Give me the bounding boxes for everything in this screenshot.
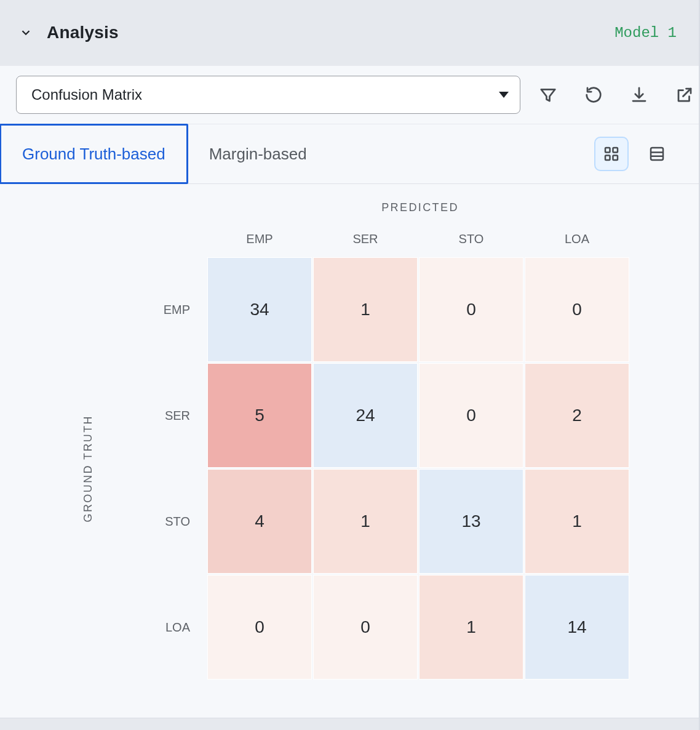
svg-rect-0 — [605, 148, 610, 153]
axis-groundtruth-title-wrap: GROUND TRUTH — [70, 257, 106, 680]
view-toggles — [594, 124, 674, 183]
corner-spacer — [70, 222, 106, 256]
list-view-toggle[interactable] — [640, 137, 674, 171]
select-value: Confusion Matrix — [31, 86, 142, 103]
confusion-matrix-area: PREDICTED GROUND TRUTH EMPSERSTOLOAEMP34… — [0, 184, 699, 718]
matrix-cell[interactable]: 0 — [419, 257, 523, 362]
matrix-cell[interactable]: 24 — [313, 363, 418, 468]
open-external-icon — [675, 86, 694, 104]
collapse-toggle[interactable] — [17, 24, 34, 41]
toolbar-actions — [536, 83, 696, 106]
grid-view-icon — [602, 145, 621, 163]
download-icon — [630, 86, 648, 104]
col-head-ser: SER — [313, 222, 418, 256]
caret-down-icon — [499, 92, 509, 98]
page-title: Analysis — [47, 23, 119, 42]
download-button[interactable] — [627, 83, 651, 106]
analysis-toolbar: Confusion Matrix — [0, 65, 699, 124]
matrix-cell[interactable]: 4 — [207, 469, 312, 574]
svg-rect-3 — [613, 156, 618, 161]
matrix-cell[interactable]: 0 — [313, 575, 418, 680]
axis-predicted-title: PREDICTED — [375, 201, 459, 214]
panel-header: Analysis Model 1 — [0, 0, 699, 65]
chart-type-select[interactable]: Confusion Matrix — [16, 76, 520, 114]
open-external-button[interactable] — [673, 83, 696, 106]
model-label: Model 1 — [614, 25, 677, 41]
tabs-row: Ground Truth-based Margin-based — [0, 124, 699, 184]
row-head-ser: SER — [108, 363, 206, 468]
matrix-cell[interactable]: 1 — [419, 575, 523, 680]
refresh-icon — [584, 86, 603, 104]
refresh-button[interactable] — [582, 83, 605, 106]
corner-spacer — [108, 222, 206, 256]
matrix-cell[interactable]: 1 — [525, 469, 629, 574]
col-head-loa: LOA — [525, 222, 629, 256]
matrix-cell[interactable]: 1 — [313, 257, 418, 362]
tab-margin-based[interactable]: Margin-based — [188, 124, 328, 183]
matrix-cell[interactable]: 14 — [525, 575, 629, 680]
filter-icon — [539, 86, 557, 104]
row-head-sto: STO — [108, 469, 206, 574]
svg-rect-2 — [605, 156, 610, 161]
analysis-panel: Analysis Model 1 Confusion Matrix G — [0, 0, 700, 730]
chevron-down-icon — [19, 26, 33, 39]
axis-groundtruth-title: GROUND TRUTH — [82, 415, 95, 522]
matrix-cell[interactable]: 2 — [525, 363, 629, 468]
matrix-cell[interactable]: 1 — [313, 469, 418, 574]
col-head-sto: STO — [419, 222, 523, 256]
tab-label: Ground Truth-based — [22, 145, 165, 164]
tab-label: Margin-based — [209, 145, 307, 164]
header-left: Analysis — [17, 23, 119, 42]
matrix-cell[interactable]: 0 — [419, 363, 523, 468]
col-head-emp: EMP — [207, 222, 312, 256]
matrix-cell[interactable]: 0 — [207, 575, 312, 680]
matrix-cell[interactable]: 13 — [419, 469, 523, 574]
row-head-loa: LOA — [108, 575, 206, 680]
row-head-emp: EMP — [108, 257, 206, 362]
grid-view-toggle[interactable] — [594, 137, 629, 171]
panel-footer — [0, 718, 699, 730]
matrix-cell[interactable]: 0 — [525, 257, 629, 362]
svg-rect-4 — [651, 148, 663, 160]
list-view-icon — [648, 145, 666, 163]
svg-rect-1 — [613, 148, 618, 153]
confusion-matrix-grid: GROUND TRUTH EMPSERSTOLOAEMP34100SER5240… — [70, 222, 629, 680]
filter-button[interactable] — [536, 83, 560, 106]
matrix-cell[interactable]: 5 — [207, 363, 312, 468]
matrix-cell[interactable]: 34 — [207, 257, 312, 362]
tab-ground-truth[interactable]: Ground Truth-based — [0, 124, 188, 184]
